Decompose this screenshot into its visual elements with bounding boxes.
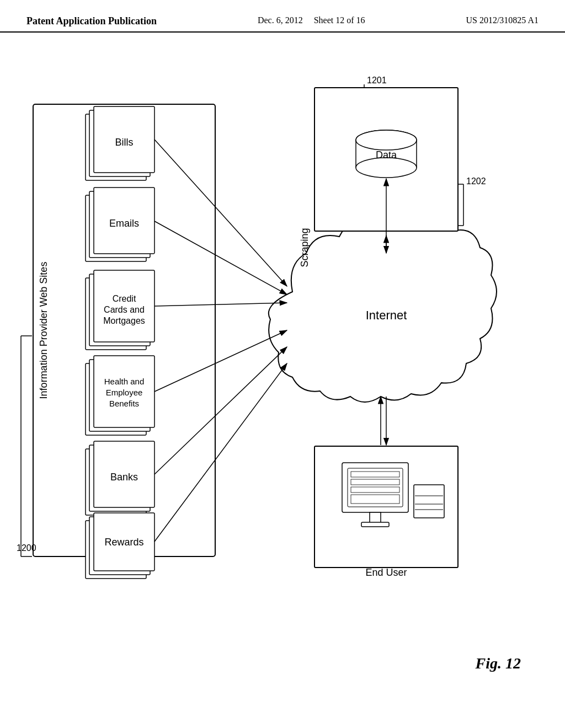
publication-date: Dec. 6, 2012 [258, 15, 303, 25]
sheet-info: Sheet 12 of 16 [314, 15, 365, 25]
employee-label: Employee [106, 388, 143, 397]
svg-rect-35 [361, 522, 389, 527]
ref-1201-label: 1201 [367, 76, 387, 85]
svg-line-45 [154, 221, 287, 295]
svg-line-49 [154, 363, 287, 542]
mortgages-label: Mortgages [103, 316, 145, 325]
internet-label: Internet [366, 308, 407, 322]
health-label: Health and [104, 377, 145, 386]
credit-cards-label: Credit [113, 294, 136, 303]
benefits-label: Benefits [109, 399, 139, 408]
main-svg: Information Provider Web Sites 1200 Bill… [0, 33, 565, 705]
rewards-label: Rewards [104, 537, 143, 548]
ref-1202-label: 1202 [466, 176, 486, 186]
scraping-label: Scraping [299, 228, 310, 267]
credit-cards-label2: Cards and [104, 305, 145, 314]
header-center: Dec. 6, 2012 Sheet 12 of 16 [258, 15, 365, 25]
svg-line-46 [154, 303, 287, 306]
svg-line-48 [154, 347, 287, 474]
svg-line-47 [154, 330, 287, 392]
publication-title: Patent Application Publication [26, 15, 157, 27]
info-provider-label: Information Provider Web Sites [38, 262, 49, 399]
bills-label: Bills [115, 137, 133, 148]
banks-label: Banks [110, 472, 138, 483]
svg-rect-36 [414, 485, 444, 518]
page-header: Patent Application Publication Dec. 6, 2… [0, 0, 565, 33]
emails-label: Emails [109, 218, 139, 229]
svg-rect-34 [370, 512, 381, 523]
svg-point-28 [356, 130, 417, 150]
svg-point-27 [356, 158, 417, 178]
patent-number: US 2012/310825 A1 [466, 15, 539, 25]
figure-label: Fig. 12 [476, 655, 521, 672]
svg-rect-33 [348, 468, 403, 507]
ref-1200-label: 1200 [17, 543, 36, 553]
data-label: Data [376, 149, 397, 160]
svg-line-44 [154, 140, 287, 286]
diagram-area: Information Provider Web Sites 1200 Bill… [0, 33, 565, 705]
end-user-label: End User [365, 567, 407, 578]
